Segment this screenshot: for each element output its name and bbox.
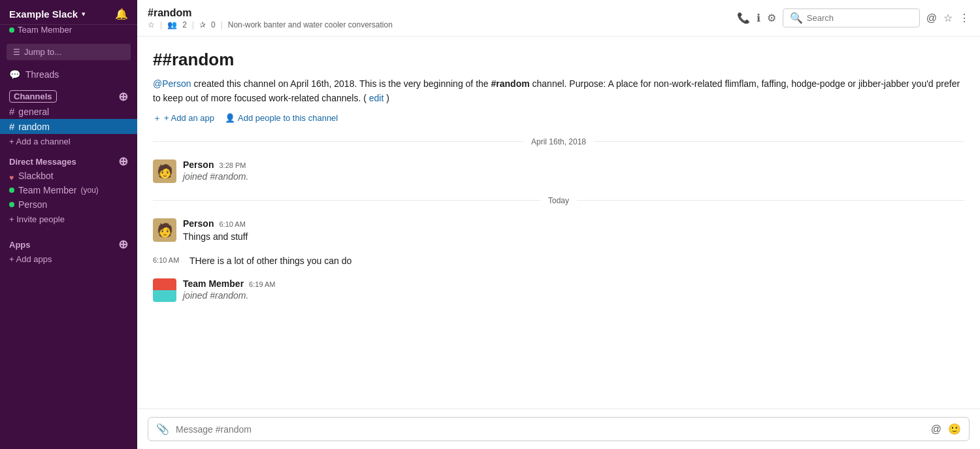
message-author: Person bbox=[183, 159, 214, 170]
intro-hash: # bbox=[153, 50, 162, 69]
star-icon[interactable]: ☆ bbox=[148, 20, 155, 29]
add-apps-button[interactable]: + Add apps bbox=[0, 252, 137, 267]
channels-label: Channels bbox=[9, 90, 57, 103]
message-header: Team Member 6:19 AM bbox=[183, 278, 964, 289]
dm-item-person[interactable]: Person bbox=[0, 197, 137, 212]
add-people-label: Add people to this channel bbox=[238, 113, 338, 123]
info-icon[interactable]: ℹ bbox=[757, 12, 760, 24]
online-status-dot bbox=[9, 27, 14, 33]
intro-text1: created this channel on April 16th, 2018… bbox=[193, 78, 491, 89]
channel-intro: ##random @Person created this channel on… bbox=[153, 50, 964, 124]
message-time: 6:19 AM bbox=[249, 280, 275, 288]
message-input[interactable] bbox=[176, 424, 924, 435]
at-mention-icon[interactable]: @ bbox=[931, 424, 941, 435]
notification-bell-icon[interactable]: 🔔 bbox=[115, 8, 128, 20]
topbar: #random ☆ | 👥 2 | ✰ 0 | Non-work banter … bbox=[137, 0, 980, 37]
person-avatar: 🧑 bbox=[153, 218, 176, 242]
date-divider-1-label: April 16th, 2018 bbox=[531, 137, 586, 146]
channel-title: #random bbox=[148, 7, 393, 19]
jump-to-button[interactable]: ☰ Jump to... bbox=[7, 44, 131, 60]
message-row: 🧑 Person 6:10 AM Things and stuff bbox=[153, 216, 964, 246]
add-people-icon: 👤 bbox=[225, 113, 235, 123]
inline-time: 6:10 AM bbox=[153, 254, 183, 268]
dm-name-team-member: Team Member bbox=[18, 185, 76, 195]
edit-link[interactable]: edit bbox=[369, 93, 384, 103]
message-input-box: 📎 @ 🙂 bbox=[148, 417, 970, 441]
more-icon[interactable]: ⋮ bbox=[959, 12, 970, 24]
workspace-name-area[interactable]: Example Slack ▾ bbox=[9, 8, 86, 20]
sidebar-item-general[interactable]: # general bbox=[0, 104, 137, 119]
invite-people-label: + Invite people bbox=[9, 214, 65, 224]
star-count: 0 bbox=[211, 20, 216, 29]
channel-name-random: random bbox=[18, 122, 49, 132]
user-status: Team Member bbox=[0, 25, 137, 40]
invite-people-button[interactable]: + Invite people bbox=[0, 212, 137, 227]
threads-icon: 💬 bbox=[9, 69, 20, 80]
person-online-dot bbox=[9, 202, 14, 207]
sidebar-item-threads[interactable]: 💬 Threads bbox=[0, 65, 137, 84]
members-icon: 👥 bbox=[167, 20, 177, 29]
message-text: joined #random. bbox=[183, 290, 964, 301]
emoji-picker-icon[interactable]: 🙂 bbox=[948, 423, 961, 435]
avatar: 🧑 bbox=[153, 218, 176, 242]
add-people-action[interactable]: 👤 Add people to this channel bbox=[225, 113, 338, 123]
search-box[interactable]: 🔍 bbox=[783, 8, 920, 27]
add-app-label: + Add an app bbox=[164, 113, 214, 123]
channel-actions: ＋ + Add an app 👤 Add people to this chan… bbox=[153, 112, 964, 124]
sidebar-item-random[interactable]: # random bbox=[0, 119, 137, 134]
message-text: THere is a lot of other things you can d… bbox=[189, 254, 964, 268]
attachment-icon[interactable]: 📎 bbox=[156, 423, 169, 435]
add-app-icon[interactable]: ⊕ bbox=[118, 239, 128, 250]
person-avatar: 🧑 bbox=[153, 159, 176, 183]
apps-section-header: Apps ⊕ bbox=[0, 232, 137, 252]
threads-label: Threads bbox=[25, 69, 59, 80]
search-icon: 🔍 bbox=[790, 12, 803, 24]
dm-item-slackbot[interactable]: ♥ Slackbot bbox=[0, 169, 137, 183]
team-member-avatar bbox=[153, 278, 176, 302]
dm-section-header: Direct Messages ⊕ bbox=[0, 149, 137, 169]
message-header: Person 6:10 AM bbox=[183, 218, 964, 229]
star-count-icon: ✰ bbox=[199, 20, 206, 29]
channel-intro-title: ##random bbox=[153, 50, 964, 70]
channel-meta: ☆ | 👥 2 | ✰ 0 | Non-work banter and wate… bbox=[148, 20, 393, 29]
message-text: joined #random. bbox=[183, 171, 964, 182]
add-channel-icon[interactable]: ⊕ bbox=[118, 91, 128, 103]
sidebar-header: Example Slack ▾ 🔔 bbox=[0, 0, 137, 25]
message-row: Team Member 6:19 AM joined #random. bbox=[153, 276, 964, 305]
star-icon[interactable]: ☆ bbox=[943, 12, 953, 24]
date-divider-2-label: Today bbox=[548, 196, 569, 205]
message-row: 🧑 Person 3:28 PM joined #random. bbox=[153, 157, 964, 186]
intro-bold-channel: #random bbox=[491, 78, 530, 89]
dm-name-person: Person bbox=[18, 199, 47, 210]
date-divider-2: Today bbox=[153, 196, 964, 205]
add-app-plus-icon: ＋ bbox=[153, 112, 161, 124]
message-content: Team Member 6:19 AM joined #random. bbox=[183, 278, 964, 302]
add-app-action[interactable]: ＋ + Add an app bbox=[153, 112, 214, 124]
channel-name-general: general bbox=[18, 107, 49, 117]
message-text: Things and stuff bbox=[183, 230, 964, 244]
search-input[interactable] bbox=[807, 13, 913, 23]
add-channel-button[interactable]: + Add a channel bbox=[0, 134, 137, 149]
workspace-name: Example Slack bbox=[9, 8, 78, 20]
hash-icon: # bbox=[9, 106, 14, 117]
dm-item-team-member[interactable]: Team Member (you) bbox=[0, 183, 137, 197]
message-author: Person bbox=[183, 218, 214, 229]
message-input-area: 📎 @ 🙂 bbox=[137, 408, 980, 449]
message-time: 3:28 PM bbox=[219, 161, 246, 169]
team-member-online-dot bbox=[9, 188, 14, 193]
phone-icon[interactable]: 📞 bbox=[737, 12, 750, 24]
sidebar: Example Slack ▾ 🔔 Team Member ☰ Jump to.… bbox=[0, 0, 137, 449]
channel-intro-description: @Person created this channel on April 16… bbox=[153, 76, 964, 106]
dm-name-slackbot: Slackbot bbox=[18, 171, 54, 181]
workspace-chevron-icon: ▾ bbox=[82, 10, 86, 18]
jump-to-label: Jump to... bbox=[24, 47, 61, 57]
settings-icon[interactable]: ⚙ bbox=[767, 12, 776, 24]
hash-icon: # bbox=[9, 121, 14, 132]
at-icon[interactable]: @ bbox=[926, 12, 937, 24]
mention-person[interactable]: @Person bbox=[153, 78, 191, 89]
apps-label: Apps bbox=[9, 240, 31, 250]
message-content: Person 6:10 AM Things and stuff bbox=[183, 218, 964, 244]
message-content: Person 3:28 PM joined #random. bbox=[183, 159, 964, 183]
message-time: 6:10 AM bbox=[219, 220, 245, 228]
add-dm-icon[interactable]: ⊕ bbox=[118, 156, 128, 167]
